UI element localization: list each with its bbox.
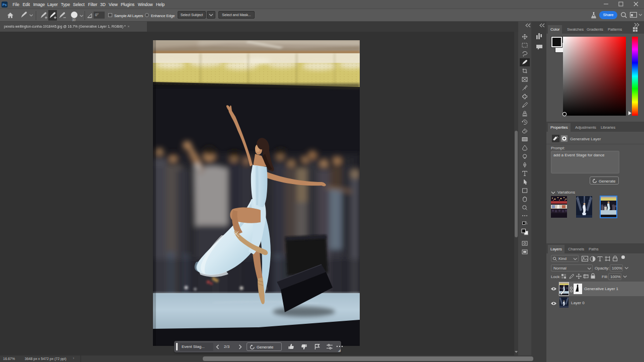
svg-text:Ps: Ps [3,3,7,7]
